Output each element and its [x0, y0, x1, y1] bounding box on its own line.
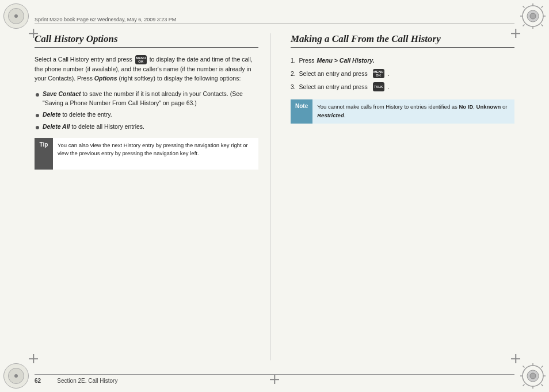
step-1-num: 1. Press [291, 56, 314, 66]
step-3-period: . [388, 82, 390, 92]
left-section-title: Call History Options [35, 33, 258, 48]
svg-line-20 [523, 385, 525, 386]
page: Sprint M320.book Page 62 Wednesday, May … [0, 0, 549, 392]
bullet-2-term: Delete [43, 111, 61, 118]
svg-line-17 [523, 366, 525, 368]
note-restricted: Restricted [317, 112, 344, 118]
note-or: or [501, 103, 507, 110]
bullet-2-rest: to delete the entry. [62, 111, 112, 118]
svg-point-10 [530, 13, 536, 19]
steps-list: 1. Press Menu > Call History. 2. Select … [291, 56, 514, 91]
step-2-num: 2. Select an entry and press [291, 69, 369, 79]
step-2: 2. Select an entry and press MENUOK . [291, 69, 514, 79]
corner-decoration-bl [3, 363, 29, 389]
note-unknown: Unknown [476, 103, 501, 110]
corner-decoration-br [520, 363, 546, 389]
note-text-before: You cannot make calls from History to en… [317, 103, 459, 110]
svg-line-19 [542, 366, 543, 368]
svg-line-6 [523, 6, 525, 8]
note-box: Note You cannot make calls from History … [291, 99, 514, 124]
left-intro-paragraph: Select a Call History entry and press ME… [35, 55, 258, 83]
step-1-text: Menu > Call History. [317, 56, 374, 66]
note-content: You cannot make calls from History to en… [312, 99, 514, 124]
step-2-period: . [388, 69, 390, 79]
left-column: Call History Options Select a Call Histo… [35, 33, 270, 360]
corner-decoration-tr [520, 3, 546, 29]
bullet-list: Save Contact to save the number if it is… [35, 89, 258, 131]
list-item: Delete All to delete all History entries… [35, 122, 258, 131]
step-1: 1. Press Menu > Call History. [291, 56, 514, 66]
talk-button-icon: TALK [373, 82, 384, 91]
menu-ok-icon-inline: MENUOK [135, 55, 147, 64]
tip-box: Tip You can also view the next History e… [35, 138, 258, 170]
header-bar: Sprint M320.book Page 62 Wednesday, May … [35, 16, 514, 24]
footer-section: Section 2E. Call History [57, 378, 117, 384]
step-3: 3. Select an entry and press TALK . [291, 82, 514, 92]
bullet-3-term: Delete All [43, 123, 70, 130]
note-no-id: No ID [459, 103, 473, 110]
tip-content: You can also view the next History entry… [53, 138, 258, 170]
main-content: Call History Options Select a Call Histo… [35, 33, 514, 360]
menu-ok-button-icon: MENUOK [373, 69, 384, 78]
bullet-1-term: Save Contact [43, 90, 81, 97]
options-word: Options [93, 75, 117, 82]
right-column: Making a Call From the Call History 1. P… [288, 33, 514, 360]
step-3-num: 3. Select an entry and press [291, 82, 369, 92]
footer-page-number: 62 Section 2E. Call History [35, 378, 117, 384]
tip-label: Tip [35, 138, 53, 170]
list-item: Save Contact to save the number if it is… [35, 89, 258, 108]
footer-section-label [46, 378, 56, 384]
svg-line-8 [542, 6, 543, 8]
svg-line-18 [542, 385, 543, 386]
svg-point-21 [530, 373, 536, 379]
right-section-title: Making a Call From the Call History [291, 33, 514, 48]
intro-text-3: (right softkey) to display the following… [117, 75, 241, 82]
intro-text-1: Select a Call History entry and press [35, 56, 132, 63]
header-text: Sprint M320.book Page 62 Wednesday, May … [35, 17, 176, 22]
svg-line-9 [523, 25, 525, 26]
note-period: . [344, 112, 346, 118]
note-label: Note [291, 99, 312, 124]
list-item: Delete to delete the entry. [35, 110, 258, 119]
bullet-3-rest: to delete all History entries. [71, 123, 144, 130]
svg-line-7 [542, 25, 543, 26]
bottom-center-cross [270, 375, 279, 384]
corner-decoration-tl [3, 3, 29, 29]
